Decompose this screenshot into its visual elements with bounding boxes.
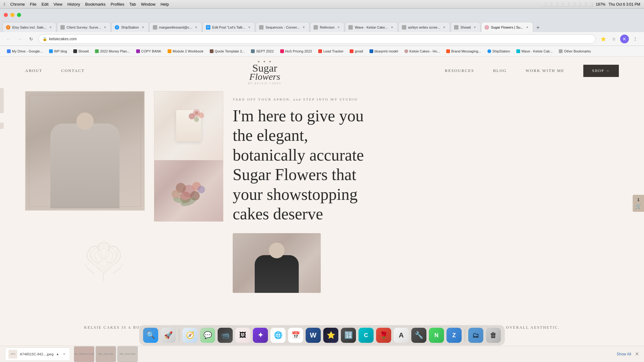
bookmark-blueprint[interactable]: blueprint model	[367, 48, 401, 54]
bookmark-brand[interactable]: Brand Messaging...	[444, 48, 484, 54]
menu-view[interactable]: View	[53, 2, 62, 7]
dock-canva2[interactable]: C	[358, 327, 374, 343]
tab-close-button[interactable]: ✕	[141, 25, 145, 30]
dock-files[interactable]: 🗂	[468, 327, 484, 343]
menu-chrome[interactable]: Chrome	[10, 2, 25, 7]
tab-sequences[interactable]: Sequences - Conver... ✕	[256, 22, 309, 32]
tab-close-button[interactable]: ✕	[442, 25, 447, 30]
thumbnail-img3[interactable]: IMG_2312.PNG	[117, 346, 138, 362]
dock-rosette[interactable]: 🌹	[375, 327, 392, 343]
tab-close-button[interactable]: ✕	[336, 25, 341, 30]
dock-chrome[interactable]: 🌐	[270, 327, 286, 343]
dock-trash[interactable]: 🗑	[485, 327, 502, 343]
dock-zoom[interactable]: Z	[446, 327, 462, 343]
download-item-jpeg[interactable]: JPG A748515C-842....jpeg ▲ ✕	[5, 348, 70, 361]
tab-close-button[interactable]: ✕	[302, 25, 306, 30]
dock-stars-app[interactable]: ⭐	[323, 327, 339, 343]
dock-launchpad[interactable]: 🚀	[160, 327, 176, 343]
tab-close-button[interactable]: ✕	[247, 25, 252, 30]
tab-close-button[interactable]: ✕	[390, 25, 394, 30]
dock-facetime[interactable]: 📹	[217, 327, 233, 343]
tab-margaret[interactable]: margaretlessard@c... ✕	[149, 22, 202, 32]
dock-canva[interactable]: ✦	[252, 327, 269, 343]
address-input[interactable]: 🔒 kelsiecakes.com	[38, 34, 596, 44]
dock-calculator[interactable]: 🔢	[340, 327, 357, 343]
download-chevron-icon[interactable]: ▲	[56, 352, 59, 356]
tab-ashlyn[interactable]: ashlyn writes scree... ✕	[398, 22, 450, 32]
tab-favicon	[60, 25, 65, 30]
tab-shipstation[interactable]: S ShipStation ✕	[111, 22, 148, 32]
tab-sugar-flowers[interactable]: 🌸 Sugar Flowers | Su... ✕	[481, 22, 533, 32]
forward-button[interactable]: →	[16, 35, 24, 43]
tab-close-button[interactable]: ✕	[48, 25, 53, 30]
tab-close-button[interactable]: ✕	[525, 25, 530, 30]
tab-close-button[interactable]: ✕	[194, 25, 198, 30]
dock-photos[interactable]: 🖼	[235, 327, 251, 343]
dock-calendar[interactable]: 📅	[287, 327, 304, 343]
dock-word[interactable]: W	[305, 327, 321, 343]
bookmark-shipstation2[interactable]: ShipStation	[485, 48, 513, 54]
bookmark-hos-pricing[interactable]: HoS Pricing 2022	[278, 48, 315, 54]
dock-numbers[interactable]: N	[428, 327, 445, 343]
bookmark-other[interactable]: Other Bookmarks	[556, 48, 593, 54]
menu-help[interactable]: Help	[160, 2, 169, 7]
dock-font-app[interactable]: A	[393, 327, 409, 343]
tab-edit-post[interactable]: W Edit Post "Let's Talk... ✕	[203, 22, 255, 32]
bookmark-wp-blog[interactable]: WP blog	[47, 48, 69, 54]
tab-close-button[interactable]: ✕	[473, 25, 477, 30]
menu-tab[interactable]: Tab	[129, 2, 136, 7]
reload-button[interactable]: ↻	[27, 35, 35, 43]
menu-history[interactable]: History	[67, 2, 80, 7]
menu-window[interactable]: Window	[141, 2, 155, 7]
bookmark-lead-tracker[interactable]: Lead Tracker	[316, 48, 346, 54]
tab-showit[interactable]: Showit ✕	[451, 22, 480, 32]
menu-file[interactable]: File	[30, 2, 36, 7]
show-all-button[interactable]: Show All	[617, 352, 631, 356]
nav-blog[interactable]: BLOG	[493, 68, 507, 73]
download-bar-close-button[interactable]: ✕	[635, 351, 639, 357]
bookmark-copy-bank[interactable]: COPY BANK	[134, 48, 164, 54]
bookmark-money-plan[interactable]: 2022 Money Plan...	[92, 48, 132, 54]
bookmark-kelsie-cakes[interactable]: Kelsie Cakes - Ho...	[402, 48, 442, 54]
thumbnail-img2[interactable]: IMG_2452.JPG	[96, 346, 116, 362]
new-tab-button[interactable]: +	[534, 23, 542, 32]
bookmark-gmail[interactable]: gmail	[347, 48, 365, 54]
nav-about[interactable]: ABOUT	[25, 68, 42, 73]
bookmark-button[interactable]: ☆	[609, 35, 618, 43]
menu-bookmarks[interactable]: Bookmarks	[85, 2, 106, 7]
minimize-window-button[interactable]	[10, 13, 14, 17]
extensions-button[interactable]: ⭐	[599, 35, 608, 43]
dock-tool-app[interactable]: 🔧	[411, 327, 427, 343]
close-window-button[interactable]	[4, 13, 8, 17]
nav-work-with-me[interactable]: WORK WITH ME	[525, 68, 564, 73]
download-dismiss-button[interactable]: ✕	[62, 352, 67, 357]
bookmark-module2[interactable]: Module 2 Workbook	[165, 48, 206, 54]
tab-refersion[interactable]: Refersion ✕	[310, 22, 344, 32]
thumbnail-img1[interactable]: IMG_23MCP313.PNG	[74, 346, 94, 362]
tab-etsy-sales[interactable]: e Etsy Sales incl. Sale... ✕	[3, 22, 56, 32]
tab-client-survey[interactable]: Client Survey: Surve... ✕	[57, 22, 111, 32]
shop-button[interactable]: SHOP →	[583, 65, 619, 77]
menu-edit[interactable]: Edit	[42, 2, 48, 7]
dock-safari[interactable]: 🧭	[182, 327, 198, 343]
tab-close-button[interactable]: ✕	[103, 25, 107, 30]
bookmark-quote[interactable]: Quote Template 2...	[207, 48, 247, 54]
apple-menu[interactable]: 	[4, 2, 5, 7]
bookmark-showit[interactable]: Showit	[71, 48, 91, 54]
more-options-button[interactable]: ⋮	[631, 35, 640, 43]
dock-finder[interactable]: 🔍	[142, 327, 159, 343]
cart-sidebar[interactable]: 1 🛒	[633, 195, 644, 212]
nav-contact[interactable]: CONTACT	[61, 68, 85, 73]
site-logo[interactable]: ✦ ✦ ✦ Sugar Flowers BY KELSIE CAKES	[230, 57, 299, 85]
tab-favicon: W	[206, 25, 210, 30]
menu-profiles[interactable]: Profiles	[111, 2, 124, 7]
bookmark-my-drive[interactable]: My Drive - Google...	[4, 48, 45, 54]
tab-wave[interactable]: Wave - Kelsie Cake... ✕	[345, 22, 397, 32]
dock-messages[interactable]: 💬	[199, 327, 216, 343]
nav-resources[interactable]: RESOURCES	[445, 68, 474, 73]
bookmark-wave[interactable]: Wave - Kelsie Cak...	[514, 48, 555, 54]
back-button[interactable]: ←	[4, 35, 13, 43]
bookmark-sept[interactable]: SEPT 2022	[248, 48, 276, 54]
fullscreen-window-button[interactable]	[17, 13, 21, 17]
profile-button[interactable]: K	[620, 35, 629, 43]
